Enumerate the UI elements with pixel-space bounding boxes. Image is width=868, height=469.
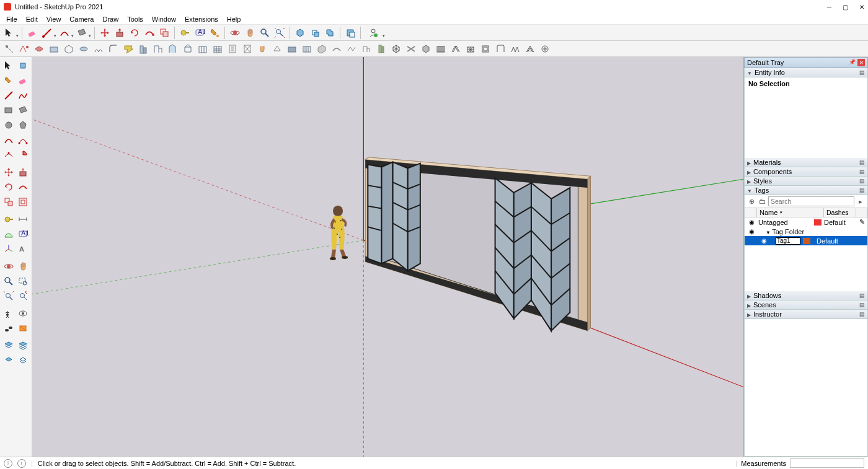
lt-eraser[interactable] <box>16 73 31 88</box>
menu-view[interactable]: View <box>43 14 65 24</box>
lt-walk[interactable] <box>1 321 16 336</box>
lt-followme[interactable] <box>16 180 31 195</box>
tag-row-folder[interactable]: ◉ ▼ Tag Folder <box>745 227 867 236</box>
lt-layers4[interactable] <box>16 353 31 368</box>
lt-position[interactable] <box>1 306 16 321</box>
lt-zoomwin[interactable] <box>16 274 31 289</box>
lt-tape[interactable] <box>1 212 16 227</box>
add-tag-icon[interactable]: ⊕ <box>747 196 756 206</box>
menu-extensions[interactable]: Extensions <box>181 14 222 24</box>
lt-component[interactable] <box>16 58 31 73</box>
maximize-button[interactable]: ▢ <box>843 4 848 11</box>
orbit-tool-button[interactable] <box>228 26 242 40</box>
lt-paint[interactable] <box>1 73 16 88</box>
lt-orbit[interactable] <box>1 259 16 274</box>
close-button[interactable]: ✕ <box>859 4 864 11</box>
ext-tool-25[interactable] <box>360 42 373 56</box>
solid-subtract-button[interactable] <box>343 26 357 40</box>
ext-tool-11[interactable] <box>151 42 165 56</box>
move-tool-button[interactable] <box>98 26 112 40</box>
solid-intersect-button[interactable] <box>308 26 322 40</box>
rectangle-tool-button[interactable] <box>75 26 89 40</box>
minimize-button[interactable]: ─ <box>827 4 831 11</box>
eraser-tool-button[interactable] <box>25 26 39 40</box>
lt-rect[interactable] <box>1 103 16 118</box>
menu-edit[interactable]: Edit <box>22 14 42 24</box>
ext-tool-32[interactable] <box>464 42 477 56</box>
zoom-extents-button[interactable] <box>273 26 286 40</box>
panel-tags[interactable]: ▼Tags▤ <box>744 186 868 195</box>
lt-pie[interactable] <box>16 147 31 162</box>
ext-tool-4[interactable] <box>47 42 61 56</box>
lt-scale[interactable] <box>1 195 16 209</box>
arc-tool-button[interactable] <box>58 26 71 40</box>
lt-text[interactable]: A1 <box>16 227 31 242</box>
tags-menu-icon[interactable]: ▸ <box>856 196 865 206</box>
pan-tool-button[interactable] <box>243 26 257 40</box>
tag-name-input[interactable] <box>776 237 800 245</box>
tag-row-untagged[interactable]: ◉ Untagged Default ✎ <box>745 217 867 227</box>
tag-row-tag1[interactable]: ◉ Default <box>745 236 867 245</box>
ext-tool-26[interactable] <box>374 42 388 56</box>
menu-file[interactable]: File <box>2 14 21 24</box>
ext-tool-22[interactable] <box>315 42 329 56</box>
ext-tool-35[interactable] <box>508 42 522 56</box>
ext-tool-36[interactable] <box>523 42 537 56</box>
ext-tool-27[interactable] <box>389 42 403 56</box>
ext-tool-1[interactable] <box>2 42 16 56</box>
ext-tool-13[interactable] <box>181 42 195 56</box>
lt-layers2[interactable] <box>16 338 31 353</box>
menu-tools[interactable]: Tools <box>123 14 147 24</box>
color-swatch[interactable] <box>814 219 822 226</box>
lt-pushpull[interactable] <box>16 165 31 180</box>
menu-camera[interactable]: Camera <box>66 14 97 24</box>
tray-close-icon[interactable]: ✕ <box>857 59 865 66</box>
ext-tool-34[interactable] <box>494 42 507 56</box>
pushpull-tool-button[interactable] <box>113 26 126 40</box>
ext-tool-30[interactable] <box>434 42 448 56</box>
lt-prev[interactable] <box>16 289 31 304</box>
text-tool-button[interactable]: A1 <box>193 26 206 40</box>
solid-outer-button[interactable] <box>293 26 307 40</box>
lt-offset[interactable] <box>16 195 31 209</box>
ext-tool-2[interactable] <box>17 42 31 56</box>
info-icon[interactable]: i <box>17 459 26 468</box>
viewport-3d[interactable] <box>32 57 744 457</box>
ext-tool-18[interactable] <box>255 42 269 56</box>
panel-scenes[interactable]: ▶Scenes▤ <box>744 300 868 310</box>
lt-move[interactable] <box>1 165 16 180</box>
user-button[interactable] <box>364 26 383 40</box>
lt-pan[interactable] <box>16 259 31 274</box>
line-tool-button[interactable] <box>40 26 54 40</box>
visibility-icon[interactable]: ◉ <box>758 237 769 244</box>
ext-tool-6[interactable] <box>77 42 91 56</box>
solid-union-button[interactable] <box>323 26 337 40</box>
ext-tool-15[interactable] <box>211 42 224 56</box>
add-folder-icon[interactable]: 🗀 <box>758 196 767 206</box>
rotate-tool-button[interactable] <box>128 26 141 40</box>
ext-tool-33[interactable] <box>479 42 492 56</box>
visibility-icon[interactable]: ◉ <box>746 219 757 226</box>
lt-axes[interactable] <box>1 242 16 256</box>
lt-layers3[interactable] <box>1 353 16 368</box>
lt-circle[interactable] <box>1 118 16 133</box>
lt-zoom[interactable] <box>1 274 16 289</box>
lt-polygon[interactable] <box>16 118 31 133</box>
followme-tool-button[interactable] <box>143 26 156 40</box>
lt-section[interactable] <box>16 321 31 336</box>
ext-tool-14[interactable] <box>196 42 210 56</box>
pin-icon[interactable]: 📌 <box>849 59 855 65</box>
visibility-icon[interactable]: ◉ <box>746 228 757 235</box>
ext-tool-19[interactable] <box>270 42 284 56</box>
panel-styles[interactable]: ▶Styles▤ <box>744 177 868 186</box>
panel-instructor[interactable]: ▶Instructor▤ <box>744 310 868 319</box>
lt-select[interactable] <box>1 58 16 73</box>
help-icon[interactable]: ? <box>4 459 12 468</box>
lt-3dtext[interactable]: A <box>16 242 31 256</box>
lt-look[interactable] <box>16 306 31 321</box>
lt-layers1[interactable] <box>1 338 16 353</box>
measurements-input[interactable] <box>790 458 864 468</box>
ext-tool-7[interactable] <box>92 42 105 56</box>
ext-tool-10[interactable] <box>136 42 150 56</box>
ext-tool-3[interactable] <box>32 42 46 56</box>
